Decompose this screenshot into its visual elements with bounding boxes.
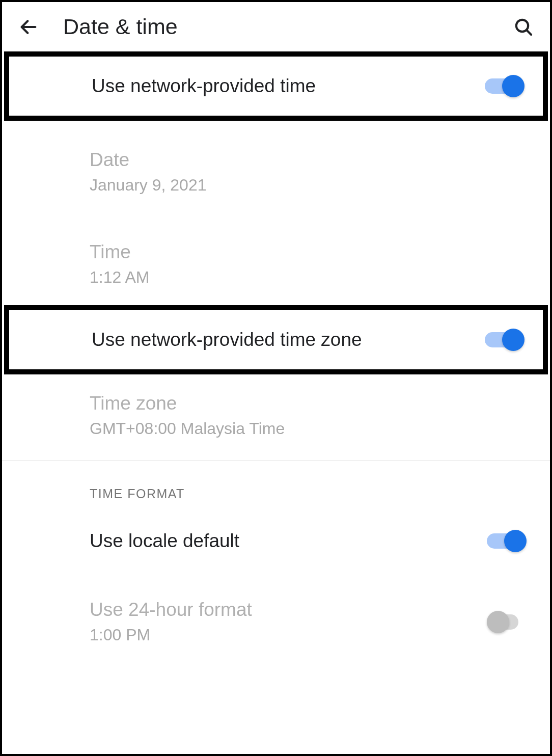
- search-icon[interactable]: [511, 15, 536, 39]
- setting-time: Time 1:12 AM: [2, 223, 550, 305]
- setting-text: Date January 9, 2021: [90, 149, 527, 195]
- setting-label: Use network-provided time zone: [92, 329, 485, 350]
- setting-value: 1:00 PM: [90, 626, 487, 644]
- setting-label: Use locale default: [90, 530, 487, 552]
- setting-network-timezone[interactable]: Use network-provided time zone: [4, 305, 548, 374]
- toggle-network-timezone[interactable]: [485, 329, 525, 351]
- toggle-locale-default[interactable]: [487, 530, 527, 552]
- settings-content: Use network-provided time Date January 9…: [2, 51, 550, 663]
- setting-label: Use 24-hour format: [90, 599, 487, 620]
- setting-label: Use network-provided time: [92, 75, 485, 97]
- setting-text: Time 1:12 AM: [90, 241, 527, 287]
- setting-value: January 9, 2021: [90, 176, 527, 195]
- section-header-time-format: TIME FORMAT: [2, 461, 550, 511]
- setting-text: Use network-provided time: [92, 75, 485, 97]
- setting-text: Time zone GMT+08:00 Malaysia Time: [90, 393, 527, 438]
- svg-line-2: [527, 30, 531, 34]
- setting-network-time[interactable]: Use network-provided time: [4, 51, 548, 121]
- setting-text: Use locale default: [90, 530, 487, 552]
- setting-24h-format: Use 24-hour format 1:00 PM: [2, 581, 550, 663]
- setting-label: Time zone: [90, 393, 527, 414]
- setting-text: Use 24-hour format 1:00 PM: [90, 599, 487, 644]
- setting-locale-default[interactable]: Use locale default: [2, 511, 550, 571]
- page-title: Date & time: [63, 14, 489, 39]
- toggle-network-time[interactable]: [485, 75, 525, 97]
- setting-value: GMT+08:00 Malaysia Time: [90, 419, 527, 438]
- toggle-24h-format: [487, 611, 527, 633]
- setting-label: Date: [90, 149, 527, 171]
- setting-text: Use network-provided time zone: [92, 329, 485, 350]
- setting-date: Date January 9, 2021: [2, 131, 550, 213]
- setting-timezone: Time zone GMT+08:00 Malaysia Time: [2, 374, 550, 456]
- setting-label: Time: [90, 241, 527, 263]
- back-icon[interactable]: [16, 15, 41, 39]
- app-header: Date & time: [2, 2, 550, 51]
- setting-value: 1:12 AM: [90, 268, 527, 287]
